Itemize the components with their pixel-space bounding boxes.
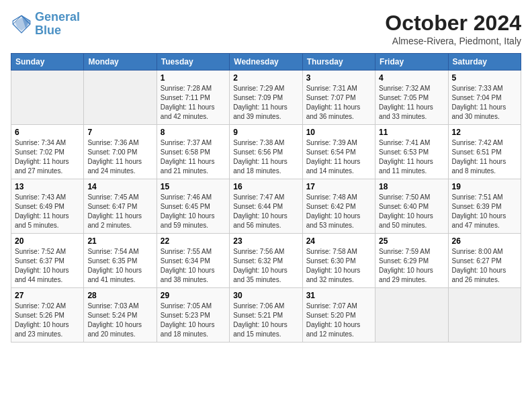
calendar-cell: 1Sunrise: 7:28 AM Sunset: 7:11 PM Daylig… [157, 71, 229, 125]
calendar-cell: 16Sunrise: 7:47 AM Sunset: 6:44 PM Dayli… [230, 179, 302, 234]
calendar-cell: 22Sunrise: 7:55 AM Sunset: 6:34 PM Dayli… [157, 234, 229, 288]
calendar-cell: 7Sunrise: 7:36 AM Sunset: 7:00 PM Daylig… [84, 125, 157, 179]
title-block: October 2024 Almese-Rivera, Piedmont, It… [385, 11, 521, 46]
logo-text: General Blue [35, 11, 80, 38]
day-info: Sunrise: 7:55 AM Sunset: 6:34 PM Dayligh… [161, 247, 226, 285]
day-info: Sunrise: 7:05 AM Sunset: 5:23 PM Dayligh… [161, 302, 226, 339]
day-number: 1 [161, 73, 226, 83]
day-number: 5 [452, 73, 517, 83]
calendar-cell: 20Sunrise: 7:52 AM Sunset: 6:37 PM Dayli… [11, 234, 84, 288]
day-number: 28 [87, 291, 152, 300]
logo: General Blue [11, 11, 80, 38]
calendar-cell [84, 71, 157, 125]
day-number: 10 [306, 128, 371, 137]
calendar-cell: 5Sunrise: 7:33 AM Sunset: 7:04 PM Daylig… [448, 71, 521, 125]
calendar-cell [11, 71, 84, 125]
calendar-cell: 26Sunrise: 8:00 AM Sunset: 6:27 PM Dayli… [448, 234, 521, 288]
day-number: 12 [452, 128, 517, 137]
day-number: 26 [452, 236, 517, 246]
weekday-header-cell: Friday [375, 54, 448, 71]
month-title: October 2024 [385, 11, 521, 36]
day-info: Sunrise: 7:03 AM Sunset: 5:24 PM Dayligh… [87, 302, 152, 339]
page-header: General Blue October 2024 Almese-Rivera,… [11, 11, 521, 46]
calendar-cell: 24Sunrise: 7:58 AM Sunset: 6:30 PM Dayli… [302, 234, 375, 288]
day-info: Sunrise: 7:36 AM Sunset: 7:00 PM Dayligh… [87, 138, 152, 176]
day-number: 6 [15, 128, 80, 137]
calendar-cell: 11Sunrise: 7:41 AM Sunset: 6:53 PM Dayli… [375, 125, 448, 179]
calendar-cell: 23Sunrise: 7:56 AM Sunset: 6:32 PM Dayli… [230, 234, 302, 288]
day-number: 19 [452, 182, 517, 191]
weekday-header-row: SundayMondayTuesdayWednesdayThursdayFrid… [11, 54, 521, 71]
day-info: Sunrise: 7:37 AM Sunset: 6:58 PM Dayligh… [161, 138, 226, 176]
weekday-header-cell: Wednesday [230, 54, 302, 71]
day-info: Sunrise: 7:28 AM Sunset: 7:11 PM Dayligh… [161, 84, 226, 122]
day-info: Sunrise: 7:43 AM Sunset: 6:49 PM Dayligh… [15, 193, 80, 230]
calendar-cell: 27Sunrise: 7:02 AM Sunset: 5:26 PM Dayli… [11, 288, 84, 342]
calendar-cell: 8Sunrise: 7:37 AM Sunset: 6:58 PM Daylig… [157, 125, 229, 179]
day-number: 3 [306, 73, 371, 83]
day-info: Sunrise: 7:41 AM Sunset: 6:53 PM Dayligh… [379, 138, 444, 176]
calendar-cell: 10Sunrise: 7:39 AM Sunset: 6:54 PM Dayli… [302, 125, 375, 179]
day-number: 29 [161, 291, 226, 300]
calendar-cell: 3Sunrise: 7:31 AM Sunset: 7:07 PM Daylig… [302, 71, 375, 125]
day-info: Sunrise: 7:54 AM Sunset: 6:35 PM Dayligh… [87, 247, 152, 285]
day-number: 25 [379, 236, 444, 246]
calendar-week-row: 13Sunrise: 7:43 AM Sunset: 6:49 PM Dayli… [11, 179, 521, 234]
calendar-week-row: 6Sunrise: 7:34 AM Sunset: 7:02 PM Daylig… [11, 125, 521, 179]
calendar-cell: 30Sunrise: 7:06 AM Sunset: 5:21 PM Dayli… [230, 288, 302, 342]
day-info: Sunrise: 7:47 AM Sunset: 6:44 PM Dayligh… [233, 193, 298, 230]
calendar-cell: 19Sunrise: 7:51 AM Sunset: 6:39 PM Dayli… [448, 179, 521, 234]
day-info: Sunrise: 7:33 AM Sunset: 7:04 PM Dayligh… [452, 84, 517, 122]
day-number: 24 [306, 236, 371, 246]
day-number: 18 [379, 182, 444, 191]
day-number: 17 [306, 182, 371, 191]
weekday-header-cell: Monday [84, 54, 157, 71]
calendar-cell: 28Sunrise: 7:03 AM Sunset: 5:24 PM Dayli… [84, 288, 157, 342]
day-info: Sunrise: 7:50 AM Sunset: 6:40 PM Dayligh… [379, 193, 444, 230]
day-info: Sunrise: 7:02 AM Sunset: 5:26 PM Dayligh… [15, 302, 80, 339]
weekday-header-cell: Sunday [11, 54, 84, 71]
day-number: 27 [15, 291, 80, 300]
day-number: 16 [233, 182, 298, 191]
day-info: Sunrise: 7:38 AM Sunset: 6:56 PM Dayligh… [233, 138, 298, 176]
calendar-cell: 29Sunrise: 7:05 AM Sunset: 5:23 PM Dayli… [157, 288, 229, 342]
day-info: Sunrise: 7:48 AM Sunset: 6:42 PM Dayligh… [306, 193, 371, 230]
day-number: 23 [233, 236, 298, 246]
calendar-week-row: 1Sunrise: 7:28 AM Sunset: 7:11 PM Daylig… [11, 71, 521, 125]
weekday-header-cell: Saturday [448, 54, 521, 71]
logo-icon [11, 13, 32, 35]
calendar-cell: 9Sunrise: 7:38 AM Sunset: 6:56 PM Daylig… [230, 125, 302, 179]
calendar-table: SundayMondayTuesdayWednesdayThursdayFrid… [11, 53, 521, 342]
logo-line1: General [35, 10, 80, 24]
weekday-header-cell: Thursday [302, 54, 375, 71]
calendar-cell: 15Sunrise: 7:46 AM Sunset: 6:45 PM Dayli… [157, 179, 229, 234]
calendar-cell [375, 288, 448, 342]
location: Almese-Rivera, Piedmont, Italy [385, 36, 521, 46]
calendar-week-row: 20Sunrise: 7:52 AM Sunset: 6:37 PM Dayli… [11, 234, 521, 288]
day-info: Sunrise: 7:42 AM Sunset: 6:51 PM Dayligh… [452, 138, 517, 176]
calendar-cell: 21Sunrise: 7:54 AM Sunset: 6:35 PM Dayli… [84, 234, 157, 288]
calendar-body: 1Sunrise: 7:28 AM Sunset: 7:11 PM Daylig… [11, 71, 521, 342]
calendar-cell: 13Sunrise: 7:43 AM Sunset: 6:49 PM Dayli… [11, 179, 84, 234]
day-info: Sunrise: 7:45 AM Sunset: 6:47 PM Dayligh… [87, 193, 152, 230]
day-number: 22 [161, 236, 226, 246]
calendar-cell [448, 288, 521, 342]
calendar-cell: 6Sunrise: 7:34 AM Sunset: 7:02 PM Daylig… [11, 125, 84, 179]
day-info: Sunrise: 7:59 AM Sunset: 6:29 PM Dayligh… [379, 247, 444, 285]
day-number: 15 [161, 182, 226, 191]
day-number: 13 [15, 182, 80, 191]
day-info: Sunrise: 7:39 AM Sunset: 6:54 PM Dayligh… [306, 138, 371, 176]
calendar-cell: 17Sunrise: 7:48 AM Sunset: 6:42 PM Dayli… [302, 179, 375, 234]
calendar-cell: 31Sunrise: 7:07 AM Sunset: 5:20 PM Dayli… [302, 288, 375, 342]
calendar-cell: 2Sunrise: 7:29 AM Sunset: 7:09 PM Daylig… [230, 71, 302, 125]
calendar-cell: 12Sunrise: 7:42 AM Sunset: 6:51 PM Dayli… [448, 125, 521, 179]
day-number: 2 [233, 73, 298, 83]
day-info: Sunrise: 7:46 AM Sunset: 6:45 PM Dayligh… [161, 193, 226, 230]
day-number: 9 [233, 128, 298, 137]
logo-line2: Blue [35, 24, 61, 37]
calendar-cell: 18Sunrise: 7:50 AM Sunset: 6:40 PM Dayli… [375, 179, 448, 234]
day-info: Sunrise: 7:07 AM Sunset: 5:20 PM Dayligh… [306, 302, 371, 339]
day-info: Sunrise: 7:31 AM Sunset: 7:07 PM Dayligh… [306, 84, 371, 122]
day-number: 21 [87, 236, 152, 246]
day-number: 14 [87, 182, 152, 191]
